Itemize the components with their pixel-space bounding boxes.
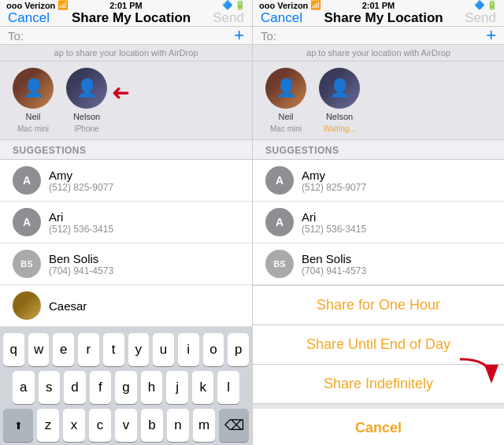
right-panel: ooo Verizon 📶 2:01 PM 🔷 🔋 Cancel Share M… [252,0,504,445]
battery-icon-right: 🔋 [487,0,498,10]
keyboard-row3-left: ⬆ z x c v b n m ⌫ [3,409,249,442]
info-ari-left: Ari ‪(512) 536-3415‬ [49,210,113,235]
avatar-amy-right: A [265,166,294,195]
status-carrier-left: ooo Verizon 📶 [6,0,69,10]
keyboard-left: q w e r t y u i o p a s d f g h j k l ⬆ … [0,327,252,445]
key-n[interactable]: n [167,409,189,442]
airdrop-row-left: 👤 Neil Mac mini 👤 Nelson iPhone ➜ [0,61,252,140]
key-shift[interactable]: ⬆ [3,409,33,442]
name-ari-left: Ari [49,210,113,224]
key-w[interactable]: w [28,333,50,366]
key-t[interactable]: t [103,333,124,366]
phone-ari-right: (512) 536-3415 [302,224,366,235]
cancel-button-right[interactable]: Cancel [261,10,302,26]
key-c[interactable]: c [89,409,111,442]
suggestions-header-left: SUGGESTIONS [0,140,252,160]
avatar-face-nelson-left: 👤 [66,68,107,109]
airdrop-person-neil-left[interactable]: 👤 Neil Mac mini [13,68,54,133]
name-amy-right: Amy [302,169,366,182]
avatar-ari-left: A [13,208,41,236]
key-y[interactable]: y [128,333,150,366]
suggestion-ari-right[interactable]: A Ari (512) 536-3415 [253,202,504,243]
key-i[interactable]: i [178,333,199,366]
status-right-right: 🔷 🔋 [474,0,498,10]
carrier-right: ooo Verizon [259,1,308,10]
suggestion-bensolis-left[interactable]: BS Ben Solis ‪(704) 941-4573‬ [0,243,252,285]
suggestion-amy-left[interactable]: A Amy ‪(512) 825-9077‬ [0,160,252,202]
key-f[interactable]: f [90,371,112,404]
key-a[interactable]: a [13,371,35,404]
airdrop-person-nelson-left[interactable]: 👤 Nelson iPhone [66,68,107,133]
left-panel: ooo Verizon 📶 2:01 PM 🔷 🔋 Cancel Share M… [0,0,252,445]
key-d[interactable]: d [64,371,86,404]
nelson-sub-left: iPhone [74,124,98,133]
key-s[interactable]: s [39,371,61,404]
airdrop-person-nelson-right[interactable]: 👤 Nelson Waiting... [319,68,360,133]
nelson-waiting-right: Waiting... [323,124,355,133]
info-caesar-left: Caesar [49,299,87,313]
key-u[interactable]: u [153,333,174,366]
key-m[interactable]: m [193,409,215,442]
airdrop-person-neil-right[interactable]: 👤 Neil Mac mini [265,68,306,133]
avatar-nelson-left: 👤 [66,68,107,109]
key-g[interactable]: g [115,371,137,404]
key-h[interactable]: h [141,371,163,404]
suggestion-caesar-left[interactable]: Caesar [0,285,252,327]
key-o[interactable]: o [203,333,224,366]
info-bensolis-left: Ben Solis ‪(704) 941-4573‬ [49,252,113,276]
wifi-icon: 📶 [57,0,69,10]
key-v[interactable]: v [115,409,137,442]
add-recipient-button-left[interactable]: + [234,27,244,44]
key-z[interactable]: z [37,409,59,442]
avatar-amy-left: A [13,166,41,195]
bluetooth-icon-right: 🔷 [474,0,485,10]
avatar-neil-left: 👤 [13,68,54,109]
name-bensolis-right: Ben Solis [302,252,366,265]
send-button-left: Send [213,10,244,26]
to-input-right[interactable] [281,29,481,43]
key-delete[interactable]: ⌫ [219,409,249,442]
share-end-of-day-button[interactable]: Share Until End of Day [253,325,504,365]
battery-icon: 🔋 [235,0,246,10]
phone-amy-right: (512) 825-9077 [302,182,366,193]
share-indefinitely-button[interactable]: Share Indefinitely [253,365,504,404]
key-b[interactable]: b [141,409,163,442]
status-time-right: 2:01 PM [362,1,395,10]
key-p[interactable]: p [228,333,249,366]
key-q[interactable]: q [3,333,24,366]
key-e[interactable]: e [53,333,74,366]
neil-sub-left: Mac mini [17,124,49,133]
suggestion-ari-left[interactable]: A Ari ‪(512) 536-3415‬ [0,202,252,243]
phone-amy-left: ‪(512) 825-9077‬ [49,182,113,193]
avatar-bensolis-right: BS [265,250,294,278]
action-cancel-button[interactable]: Cancel [253,404,504,445]
nav-bar-left: Cancel Share My Location Send [0,10,252,27]
avatar-face-neil-left: 👤 [13,68,54,109]
key-j[interactable]: j [166,371,188,404]
nelson-name-left: Nelson [73,112,100,121]
suggestion-amy-right[interactable]: A Amy (512) 825-9077 [253,160,504,202]
avatar-face-neil-right: 👤 [265,68,306,109]
cancel-button-left[interactable]: Cancel [8,10,50,26]
suggestion-bensolis-right[interactable]: BS Ben Solis (704) 941-4573 [253,243,504,285]
share-one-hour-button[interactable]: Share for One Hour [253,286,504,325]
to-input-left[interactable] [28,29,229,43]
to-field-left: To: + [0,27,252,45]
name-caesar-left: Caesar [49,299,87,313]
info-ari-right: Ari (512) 536-3415 [302,210,366,235]
key-r[interactable]: r [78,333,99,366]
key-k[interactable]: k [192,371,214,404]
nav-bar-right: Cancel Share My Location Send [253,10,504,27]
avatar-caesar-left [13,291,41,320]
avatar-nelson-right: 👤 [319,68,360,109]
name-bensolis-left: Ben Solis [49,252,113,265]
carrier-left: ooo Verizon [6,1,55,10]
avatar-ari-right: A [265,208,294,236]
nav-title-right: Share My Location [324,10,443,26]
status-time-left: 2:01 PM [109,1,143,10]
add-recipient-button-right[interactable]: + [486,27,496,44]
airdrop-hint-right: ap to share your location with AirDrop [253,45,504,61]
key-l[interactable]: l [217,371,239,404]
key-x[interactable]: x [63,409,85,442]
avatar-neil-right: 👤 [265,68,306,109]
